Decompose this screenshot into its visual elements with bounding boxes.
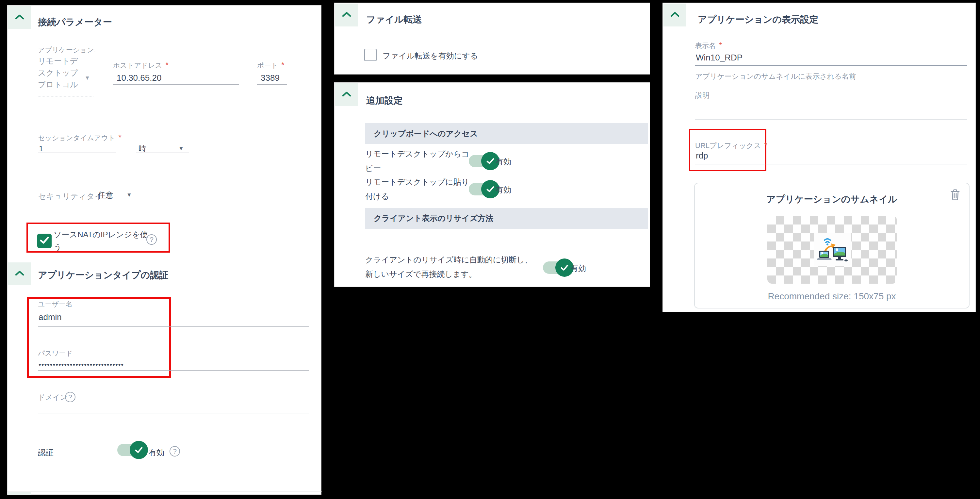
check-icon [40,236,49,246]
paste-to-remote-label: リモートデスクトップに貼り付ける [365,175,470,204]
section-collapse-file-transfer[interactable] [335,3,358,27]
protocol-select[interactable]: リモートデスクトッププロトコル ▼ [38,55,94,96]
caret-down-icon: ▼ [178,145,184,152]
chevron-up-icon [15,14,24,21]
security-type-value: 任意 [98,190,113,200]
source-nat-label: ソースNATのIPレンジを使う [54,228,156,253]
connection-panel: 接続パラメーター アプリケーション: リモートデスクトッププロトコル ▼ ホスト… [7,5,321,495]
display-name-value: Win10_RDP [696,53,743,63]
thumbnail-title: アプリケーションのサムネイル [695,193,969,206]
file-transfer-checkbox[interactable] [364,49,377,61]
domain-label: ドメイン [38,392,67,402]
clipboard-access-header: クリップボードへのアクセス [365,123,648,144]
chevron-up-icon [670,11,680,19]
file-transfer-checkbox-label: ファイル転送を有効にする [382,51,478,61]
help-icon[interactable]: ? [146,234,157,245]
password-value: •••••••••••••••••••••••••••••• [38,360,124,369]
section-title-display: アプリケーションの表示設定 [698,13,818,26]
copy-from-remote-state: 有効 [496,156,511,167]
section-collapse-auth[interactable] [8,262,31,285]
chevron-up-icon [15,270,24,277]
screen-background: 接続パラメーター アプリケーション: リモートデスクトッププロトコル ▼ ホスト… [0,0,980,499]
section-collapse-additional[interactable] [335,83,358,106]
section-title-auth: アプリケーションタイプの認証 [38,269,168,281]
security-type-label: セキュリティタイ [38,191,103,202]
section-divider [8,262,322,262]
display-name-helper: アプリケーションのサムネイルに表示される名前 [695,72,856,81]
host-address-value: 10.30.65.20 [117,73,161,83]
description-label: 説明 [695,91,710,100]
remote-desktop-icon [814,233,851,266]
section-collapse-display[interactable] [663,3,686,27]
thumbnail-dropzone[interactable] [767,216,897,284]
resize-reconnect-label: クライアントのリサイズ時に自動的に切断し、新しいサイズで再接続します。 [365,253,535,281]
application-label: アプリケーション: [38,45,96,54]
required-asterisk: * [118,133,121,142]
domain-input[interactable] [38,413,309,413]
thumbnail-card: アプリケーションのサムネイル [694,183,970,308]
section-collapse-connection[interactable] [8,6,31,29]
section-title-connection: 接続パラメーター [38,16,112,29]
help-icon[interactable]: ? [170,446,180,456]
auth-toggle[interactable] [117,444,145,456]
auth-toggle-state: 有効 [149,447,164,458]
resize-reconnect-state: 有効 [570,263,586,274]
resize-reconnect-toggle[interactable] [543,261,571,274]
url-prefix-value: rdp [696,151,708,161]
section-divider [8,491,322,491]
next-section-sliver [8,492,31,495]
paste-to-remote-toggle[interactable] [469,183,497,195]
chevron-up-icon [342,91,352,98]
chevron-up-icon [342,11,352,19]
description-input[interactable] [695,119,967,120]
url-prefix-input[interactable] [695,140,967,164]
caret-down-icon: ▼ [84,72,90,84]
file-transfer-panel: ファイル転送 ファイル転送を有効にする [334,3,650,75]
port-value: 3389 [261,73,280,83]
copy-from-remote-toggle[interactable] [469,155,497,167]
session-timeout-label: セッションタイムアウト* [38,133,121,142]
source-nat-checkbox[interactable] [37,234,52,248]
display-settings-panel: アプリケーションの表示設定 表示名* Win10_RDP アプリケーションのサム… [662,3,976,312]
resize-method-header: クライアント表示のリサイズ方法 [365,208,648,229]
help-icon[interactable]: ? [65,392,75,402]
section-title-file-transfer: ファイル転送 [366,13,422,26]
caret-down-icon: ▼ [126,192,132,198]
timeout-unit-value: 時 [138,143,146,154]
check-icon [130,441,148,459]
additional-settings-panel: 追加設定 クリップボードへのアクセス リモートデスクトップからコピー 有効 リモ… [334,82,650,287]
username-input[interactable] [38,299,309,327]
thumbnail-recommended-size: Recommended size: 150x75 px [695,291,969,301]
section-title-additional: 追加設定 [366,94,403,107]
username-value: admin [38,312,62,322]
copy-from-remote-label: リモートデスクトップからコピー [365,147,470,175]
protocol-select-value: リモートデスクトッププロトコル [38,55,80,91]
session-timeout-value: 1 [39,144,43,153]
paste-to-remote-state: 有効 [496,185,511,195]
session-timeout-input[interactable] [38,143,116,153]
auth-toggle-label: 認証 [38,447,54,458]
